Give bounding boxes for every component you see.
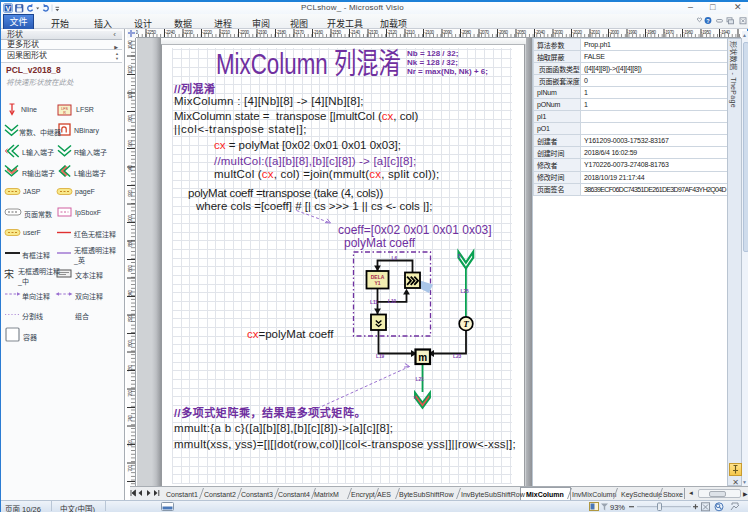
svg-text:m: m	[418, 352, 427, 363]
svg-text:L25: L25	[460, 289, 469, 294]
svg-text:DELA: DELA	[370, 274, 384, 280]
svg-text:L11: L11	[370, 300, 378, 305]
svg-text:L6: L6	[391, 256, 397, 261]
svg-text:L10: L10	[388, 299, 397, 304]
svg-text:宋: 宋	[4, 268, 14, 280]
svg-text:R: R	[63, 111, 66, 115]
svg-text:V: V	[5, 4, 10, 13]
svg-text:L21: L21	[415, 377, 424, 382]
svg-text:93%: 93%	[610, 502, 625, 511]
svg-text:T: T	[463, 319, 469, 329]
svg-text:5: 5	[458, 254, 461, 259]
svg-text:L19: L19	[376, 354, 385, 359]
svg-text:Y1: Y1	[374, 280, 380, 286]
svg-text:L23: L23	[453, 354, 462, 359]
